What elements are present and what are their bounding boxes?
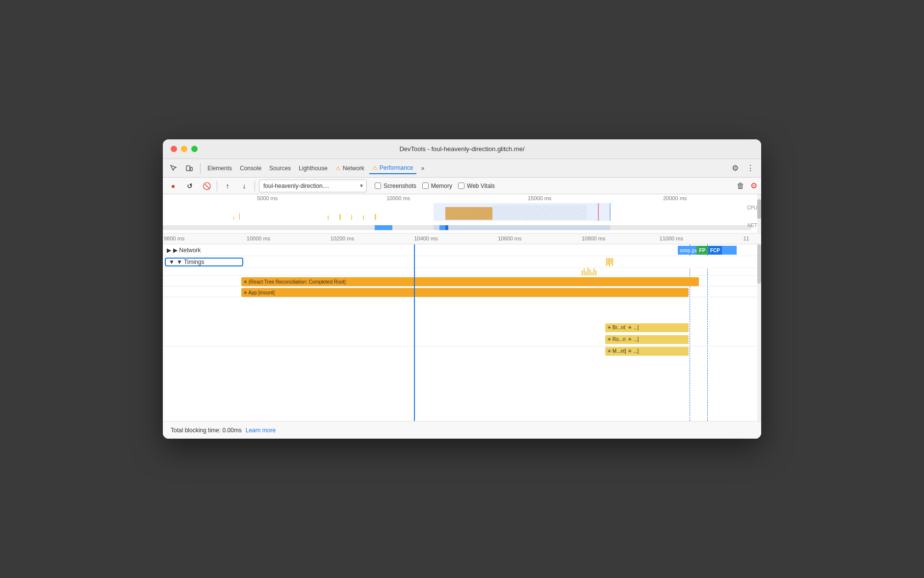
recording-toolbar: ● ↺ 🚫 ↑ ↓ foul-heavenly-direction.... ▼ …	[163, 178, 761, 194]
devtools-window: DevTools - foul-heavenly-direction.glitc…	[163, 139, 761, 439]
tick-11000: 11000 ms	[660, 236, 683, 241]
time-ruler: 9800 ms 10000 ms 10200 ms 10400 ms 10600…	[163, 234, 761, 244]
download-button[interactable]: ↓	[238, 180, 251, 192]
record-button[interactable]: ●	[167, 180, 180, 192]
overview-scrollbar-thumb[interactable]	[757, 199, 761, 219]
url-select-wrap: foul-heavenly-direction.... ▼	[259, 180, 367, 192]
webvitals-checkbox[interactable]	[458, 183, 464, 189]
delete-recording-button[interactable]: 🗑	[737, 182, 744, 190]
devtools-toolbar: Elements Console Sources Lighthouse ⚠ Ne…	[163, 159, 761, 178]
fp-badge: FP	[696, 246, 708, 255]
svg-rect-2	[233, 217, 234, 220]
url-select[interactable]: foul-heavenly-direction....	[259, 180, 367, 192]
memory-checkbox-label[interactable]: Memory	[422, 183, 452, 189]
console-tab-btn[interactable]: Console	[237, 163, 264, 174]
timing-mini-bars	[606, 256, 613, 267]
memory-checkbox[interactable]	[422, 183, 429, 189]
minimize-button[interactable]	[181, 146, 187, 152]
rec-separator-2	[255, 181, 255, 191]
traffic-lights	[171, 146, 198, 152]
timings-triangle-icon: ▼	[169, 259, 175, 265]
tick-10600: 10600 ms	[498, 236, 521, 241]
svg-rect-4	[328, 215, 329, 220]
svg-rect-3	[239, 213, 240, 220]
timings-label[interactable]: ▼ ▼ Timings	[165, 258, 243, 266]
tick-5000: 5000 ms	[257, 195, 278, 201]
menu-button[interactable]: ⋮	[744, 161, 757, 175]
options-checkboxes: Screenshots Memory Web Vitals	[375, 183, 495, 189]
timings-row[interactable]: ▼ ▼ Timings	[163, 256, 761, 268]
tick-10000: 10000 ms	[247, 236, 270, 241]
close-button[interactable]	[171, 146, 177, 152]
webvitals-checkbox-label[interactable]: Web Vitals	[458, 183, 495, 189]
status-bar: Total blocking time: 0.00ms Learn more	[163, 421, 761, 439]
dot2-bar[interactable]: ✳ ...]	[626, 335, 688, 344]
reconciliation-row[interactable]: ✳ (React Tree Reconciliation: Completed …	[163, 276, 761, 287]
maximize-button[interactable]	[191, 146, 198, 152]
performance-warn-icon: ⚠	[372, 164, 378, 171]
reconciliation-content: ✳ (React Tree Reconciliation: Completed …	[241, 276, 761, 286]
svg-rect-0	[186, 166, 190, 171]
tick-10400: 10400 ms	[414, 236, 437, 241]
tick-11-partial: 11	[743, 236, 749, 241]
blocking-time-text: Total blocking time: 0.00ms	[171, 427, 242, 434]
settings-button[interactable]: ⚙	[729, 161, 742, 175]
performance-tab-btn[interactable]: ⚠ Performance	[369, 162, 416, 174]
network-label[interactable]: ▶ ▶ Network	[163, 247, 241, 254]
sources-tab-btn[interactable]: Sources	[266, 163, 294, 174]
screenshots-checkbox-label[interactable]: Screenshots	[375, 183, 416, 189]
overview-panel[interactable]: 5000 ms 10000 ms 15000 ms 20000 ms	[163, 194, 761, 234]
overview-scrollbar[interactable]	[757, 194, 761, 233]
svg-rect-14	[434, 203, 610, 221]
network-content: soop.jpg (sto FP FCP	[241, 244, 761, 256]
svg-rect-5	[339, 214, 341, 220]
upload-button[interactable]: ↑	[221, 180, 234, 192]
more-tabs-button[interactable]: »	[418, 163, 428, 174]
rec-separator-1	[217, 181, 217, 191]
sub-components-row: ✳ Br...nt] ✳ Ro...nt] ✳ M...nt] ✳ ...]	[163, 297, 761, 346]
overview-net	[163, 225, 751, 230]
svg-rect-6	[351, 215, 352, 220]
toolbar-separator-1	[200, 163, 201, 174]
reload-record-button[interactable]: ↺	[183, 180, 196, 192]
timings-content	[245, 256, 761, 267]
performance-settings-button[interactable]: ⚙	[750, 181, 757, 190]
network-warn-icon: ⚠	[335, 165, 341, 172]
network-row[interactable]: ▶ ▶ Network soop.jpg (sto FP FCP	[163, 244, 761, 256]
cpu-label: CPU	[747, 205, 757, 210]
fcp-badge: FCP	[708, 246, 722, 255]
tick-9800: 9800 ms	[164, 236, 184, 241]
flame-scrollbar-thumb[interactable]	[757, 244, 761, 284]
tick-20000: 20000 ms	[663, 195, 687, 201]
network-tab-btn[interactable]: ⚠ Network	[333, 163, 367, 174]
timeline-area: 5000 ms 10000 ms 15000 ms 20000 ms	[163, 194, 761, 421]
elements-tab-btn[interactable]: Elements	[205, 163, 235, 174]
svg-rect-1	[190, 167, 192, 171]
scattered-bars	[582, 268, 596, 275]
window-title: DevTools - foul-heavenly-direction.glitc…	[399, 145, 524, 153]
tick-10000: 10000 ms	[386, 195, 410, 201]
tick-15000: 15000 ms	[528, 195, 551, 201]
svg-rect-7	[363, 215, 364, 220]
flame-scrollbar[interactable]	[757, 244, 761, 421]
inspect-element-button[interactable]	[167, 162, 180, 174]
tick-10800: 10800 ms	[582, 236, 605, 241]
overview-cpu	[163, 203, 751, 221]
app-mount-bar[interactable]: ✳ App [mount]	[241, 288, 689, 297]
dot3-bar[interactable]: ✳ ...]	[626, 347, 688, 356]
app-mount-row[interactable]: ✳ App [mount]	[163, 287, 761, 297]
tick-10200: 10200 ms	[331, 236, 354, 241]
clear-button[interactable]: 🚫	[200, 180, 213, 192]
flame-chart: ▶ ▶ Network soop.jpg (sto FP FCP	[163, 244, 761, 421]
screenshots-checkbox[interactable]	[375, 183, 381, 189]
lighthouse-tab-btn[interactable]: Lighthouse	[296, 163, 331, 174]
titlebar: DevTools - foul-heavenly-direction.glitc…	[163, 139, 761, 159]
learn-more-link[interactable]: Learn more	[246, 427, 276, 434]
app-mount-content: ✳ App [mount]	[241, 287, 761, 297]
reconciliation-bar[interactable]: ✳ (React Tree Reconciliation: Completed …	[241, 277, 699, 286]
net-label: NET	[747, 223, 757, 228]
network-triangle-icon: ▶	[167, 247, 171, 254]
spacer-row	[163, 268, 761, 276]
device-toolbar-button[interactable]	[182, 162, 196, 174]
dot1-bar[interactable]: ✳ ...]	[626, 323, 688, 332]
